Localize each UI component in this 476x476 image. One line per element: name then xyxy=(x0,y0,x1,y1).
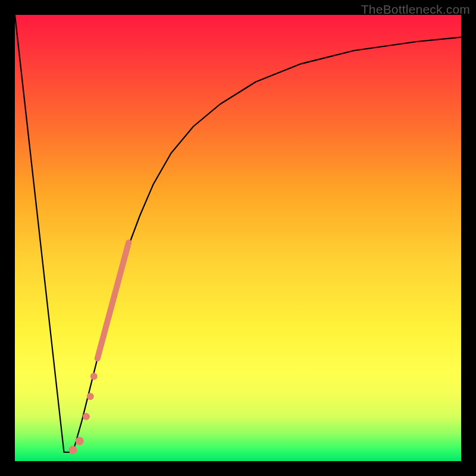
dot-4 xyxy=(76,437,84,445)
bottleneck-curve xyxy=(15,15,461,452)
dot-2 xyxy=(87,393,94,400)
scatter-band xyxy=(98,243,129,359)
dot-5 xyxy=(69,446,77,454)
dot-1 xyxy=(90,373,98,380)
watermark-text: TheBottleneck.com xyxy=(361,2,470,17)
chart-svg xyxy=(15,15,461,461)
dot-3 xyxy=(83,413,90,420)
chart-frame: TheBottleneck.com xyxy=(0,0,476,476)
plot-area xyxy=(15,15,461,461)
